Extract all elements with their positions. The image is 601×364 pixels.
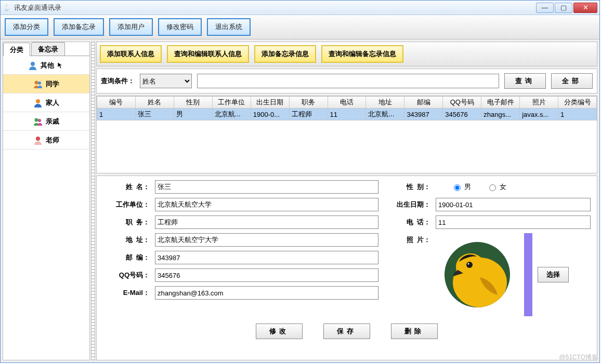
category-label: 亲戚 bbox=[46, 117, 59, 126]
window-buttons: — ▢ ✕ bbox=[535, 3, 597, 13]
col-phone[interactable]: 电话 bbox=[328, 97, 366, 109]
people-green-icon bbox=[33, 117, 43, 126]
label-birth: 出生日期： bbox=[384, 200, 430, 209]
qq-field[interactable] bbox=[155, 268, 378, 282]
name-field[interactable] bbox=[155, 180, 378, 194]
save-button[interactable]: 保存 bbox=[323, 323, 370, 339]
category-family[interactable]: 家人 bbox=[3, 93, 89, 112]
category-label: 家人 bbox=[46, 98, 59, 107]
category-relative[interactable]: 亲戚 bbox=[3, 112, 89, 131]
minimize-button[interactable]: — bbox=[536, 3, 554, 13]
query-edit-contact-button[interactable]: 查询和编辑联系人信息 bbox=[167, 45, 249, 63]
category-label: 其他 bbox=[41, 61, 54, 70]
col-zip[interactable]: 邮编 bbox=[404, 97, 443, 109]
category-label: 同学 bbox=[46, 79, 59, 89]
add-user-button[interactable]: 添加用户 bbox=[109, 18, 153, 36]
change-password-button[interactable]: 修改密码 bbox=[158, 18, 202, 36]
search-bar: 查询条件： 姓名 查询 全部 bbox=[96, 69, 597, 93]
query-edit-memo-button[interactable]: 查询和编辑备忘录信息 bbox=[321, 45, 403, 63]
svg-point-5 bbox=[38, 119, 41, 122]
svg-point-4 bbox=[35, 118, 38, 122]
add-memo-info-button[interactable]: 添加备忘录信息 bbox=[254, 45, 316, 63]
add-category-button[interactable]: 添加分类 bbox=[5, 18, 48, 36]
svg-point-1 bbox=[35, 80, 38, 84]
sub-toolbar: 添加联系人信息 查询和编辑联系人信息 添加备忘录信息 查询和编辑备忘录信息 bbox=[96, 42, 597, 66]
title-bar: 讯友桌面通讯录 — ▢ ✕ bbox=[1, 1, 599, 15]
splitter[interactable] bbox=[91, 42, 95, 360]
label-position: 职 务： bbox=[103, 218, 150, 227]
col-photo[interactable]: 照片 bbox=[520, 97, 558, 109]
label-address: 地 址： bbox=[103, 235, 150, 245]
tab-category[interactable]: 分类 bbox=[3, 43, 30, 56]
label-zip: 邮 编： bbox=[103, 253, 150, 262]
search-button[interactable]: 查询 bbox=[504, 73, 546, 89]
modify-button[interactable]: 修改 bbox=[256, 323, 303, 339]
svg-point-0 bbox=[31, 62, 35, 66]
app-window: 讯友桌面通讯录 — ▢ ✕ 添加分类 添加备忘录 添加用户 修改密码 退出系统 … bbox=[0, 0, 600, 363]
left-panel: 分类 备忘录 其他 同学 家人 亲戚 bbox=[3, 42, 90, 360]
category-label: 老师 bbox=[46, 136, 59, 145]
col-birth[interactable]: 出生日期 bbox=[251, 97, 289, 109]
radio-female[interactable] bbox=[489, 184, 496, 191]
col-qq[interactable]: QQ号码 bbox=[443, 97, 481, 109]
address-field[interactable] bbox=[155, 233, 378, 247]
person-red-icon bbox=[33, 136, 43, 145]
col-gender[interactable]: 性别 bbox=[174, 97, 212, 109]
category-teacher[interactable]: 老师 bbox=[3, 131, 89, 150]
close-button[interactable]: ✕ bbox=[573, 3, 597, 13]
photo-scrollbar[interactable] bbox=[524, 233, 532, 316]
col-name[interactable]: 姓名 bbox=[135, 97, 174, 109]
position-field[interactable] bbox=[155, 215, 378, 229]
delete-button[interactable]: 删除 bbox=[391, 323, 438, 339]
category-list: 其他 同学 家人 亲戚 老师 bbox=[3, 56, 89, 360]
svg-point-6 bbox=[36, 137, 40, 141]
body: 分类 备忘录 其他 同学 家人 亲戚 bbox=[1, 39, 599, 362]
svg-point-11 bbox=[466, 262, 473, 268]
gender-female[interactable]: 女 bbox=[487, 182, 506, 192]
svg-point-12 bbox=[468, 263, 469, 265]
label-email: E-Mail： bbox=[103, 288, 150, 298]
bird-photo-icon bbox=[443, 241, 511, 308]
category-other[interactable]: 其他 bbox=[3, 56, 89, 75]
tab-memo[interactable]: 备忘录 bbox=[31, 42, 65, 56]
col-address[interactable]: 地址 bbox=[366, 97, 404, 109]
cursor-icon bbox=[57, 62, 64, 69]
exit-system-button[interactable]: 退出系统 bbox=[207, 18, 251, 36]
table-empty-area bbox=[97, 120, 597, 173]
label-qq: QQ号码： bbox=[103, 271, 150, 280]
workplace-field[interactable] bbox=[155, 198, 378, 211]
zip-field[interactable] bbox=[155, 251, 378, 264]
table-row[interactable]: 1 张三 男 北京航... 1900-0... 工程师 11 北京航... 34… bbox=[97, 109, 597, 120]
category-classmate[interactable]: 同学 bbox=[3, 75, 89, 93]
phone-field[interactable] bbox=[436, 215, 591, 229]
col-workplace[interactable]: 工作单位 bbox=[212, 97, 251, 109]
photo-preview bbox=[436, 233, 519, 316]
select-photo-button[interactable]: 选择 bbox=[538, 267, 569, 282]
left-tabs: 分类 备忘录 bbox=[3, 42, 89, 56]
col-catid[interactable]: 分类编号 bbox=[558, 97, 597, 109]
add-contact-button[interactable]: 添加联系人信息 bbox=[100, 45, 162, 63]
contact-table: 编号 姓名 性别 工作单位 出生日期 职务 电话 地址 邮编 QQ号码 电子邮件… bbox=[96, 96, 597, 173]
search-field-select[interactable]: 姓名 bbox=[140, 74, 192, 88]
svg-point-3 bbox=[36, 99, 40, 103]
radio-male[interactable] bbox=[454, 184, 461, 191]
gender-male[interactable]: 男 bbox=[451, 182, 471, 192]
birth-field[interactable] bbox=[436, 198, 591, 211]
all-button[interactable]: 全部 bbox=[551, 73, 593, 89]
window-title: 讯友桌面通讯录 bbox=[14, 3, 535, 12]
person-icon bbox=[28, 61, 37, 70]
main-toolbar: 添加分类 添加备忘录 添加用户 修改密码 退出系统 bbox=[1, 15, 599, 39]
action-row: 修改 保存 删除 bbox=[103, 320, 591, 339]
search-input[interactable] bbox=[197, 74, 499, 88]
email-field[interactable] bbox=[155, 286, 378, 300]
person-orange-icon bbox=[33, 98, 43, 107]
label-name: 姓 名： bbox=[103, 182, 150, 192]
java-icon bbox=[3, 4, 11, 12]
right-panel: 添加联系人信息 查询和编辑联系人信息 添加备忘录信息 查询和编辑备忘录信息 查询… bbox=[96, 42, 597, 360]
photo-cell: 选择 bbox=[436, 233, 591, 316]
maximize-button[interactable]: ▢ bbox=[555, 3, 572, 13]
col-position[interactable]: 职务 bbox=[289, 97, 328, 109]
col-id[interactable]: 编号 bbox=[97, 97, 136, 109]
add-memo-button[interactable]: 添加备忘录 bbox=[54, 18, 104, 36]
col-email[interactable]: 电子邮件 bbox=[481, 97, 520, 109]
